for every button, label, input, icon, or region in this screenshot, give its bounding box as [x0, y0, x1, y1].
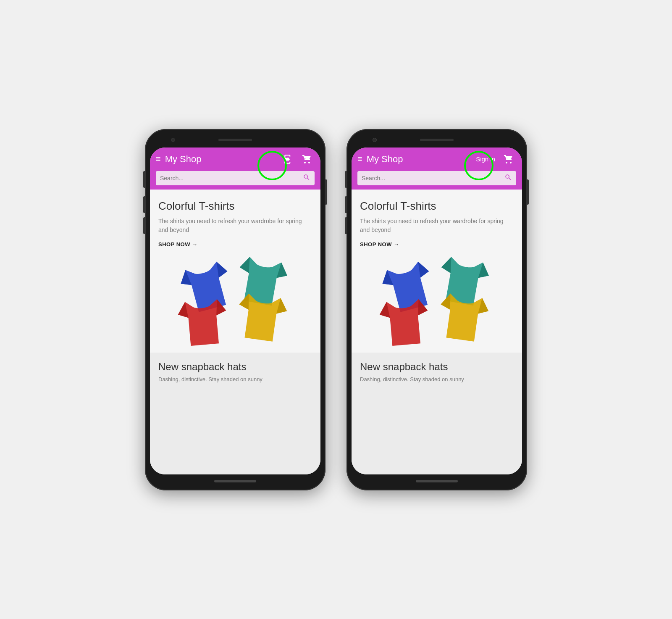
screen-content-2: Colorful T-shirts The shirts you need to… — [352, 190, 522, 474]
tshirts-svg-2 — [374, 256, 500, 348]
bottom-section-2: New snapback hats Dashing, distinctive. … — [352, 353, 522, 474]
shop-title-2: My Shop — [367, 154, 469, 165]
phone-screen-2: ≡ My Shop Sign in — [352, 148, 522, 474]
phone-home-button-1[interactable] — [214, 480, 256, 482]
app-header-2: ≡ My Shop Sign in — [352, 148, 522, 190]
sign-in-button[interactable]: Sign in — [473, 154, 498, 164]
phone-camera-1 — [171, 138, 175, 142]
hamburger-menu-2[interactable]: ≡ — [357, 154, 362, 164]
shop-title-1: My Shop — [165, 154, 277, 165]
tshirt-image-1 — [150, 256, 320, 353]
hero-title-1: Colorful T-shirts — [158, 200, 312, 213]
cart-icon-1 — [302, 154, 312, 164]
phone-speaker-2 — [420, 139, 454, 141]
hero-description-2: The shirts you need to refresh your ward… — [360, 217, 514, 234]
section-title-2: New snapback hats — [360, 361, 514, 373]
search-bar-2 — [357, 171, 516, 185]
phone-home-button-2[interactable] — [416, 480, 458, 482]
phone-top-bar-1 — [150, 134, 320, 146]
tshirts-svg-1 — [172, 256, 298, 348]
bottom-section-1: New snapback hats Dashing, distinctive. … — [150, 353, 320, 474]
login-icon-button-1[interactable] — [281, 152, 296, 167]
phone-2: ≡ My Shop Sign in — [346, 129, 527, 490]
phone-2-wrapper: ≡ My Shop Sign in — [346, 129, 527, 490]
phone-bottom-bar-2 — [352, 477, 522, 485]
search-bar-1 — [156, 171, 315, 185]
phone-bottom-bar-1 — [150, 477, 320, 485]
search-input-1[interactable] — [160, 175, 303, 182]
section-title-1: New snapback hats — [158, 361, 312, 373]
section-desc-1: Dashing, distinctive. Stay shaded on sun… — [158, 376, 312, 382]
hero-description-1: The shirts you need to refresh your ward… — [158, 217, 312, 234]
search-svg-2 — [504, 174, 512, 181]
header-actions-2: Sign in — [473, 152, 516, 167]
search-icon-2[interactable] — [504, 174, 512, 183]
shop-now-button-2[interactable]: SHOP NOW → — [360, 241, 514, 248]
phone-1-wrapper: ≡ My Shop — [145, 129, 326, 490]
header-actions-1 — [281, 152, 315, 167]
hamburger-menu-1[interactable]: ≡ — [156, 154, 161, 164]
header-top-1: ≡ My Shop — [156, 152, 315, 167]
search-input-2[interactable] — [362, 175, 504, 182]
cart-button-2[interactable] — [501, 152, 516, 167]
app-header-1: ≡ My Shop — [150, 148, 320, 190]
phone-camera-2 — [373, 138, 377, 142]
phone-speaker-1 — [218, 139, 252, 141]
section-desc-2: Dashing, distinctive. Stay shaded on sun… — [360, 376, 514, 382]
login-icon — [283, 154, 294, 165]
shop-now-button-1[interactable]: SHOP NOW → — [158, 241, 312, 248]
search-icon-1[interactable] — [303, 174, 310, 183]
header-top-2: ≡ My Shop Sign in — [357, 152, 516, 167]
search-svg-1 — [303, 174, 310, 181]
hero-section-2: Colorful T-shirts The shirts you need to… — [352, 190, 522, 256]
phones-container: ≡ My Shop — [145, 129, 527, 490]
tshirt-image-2 — [352, 256, 522, 353]
cart-icon-2 — [504, 154, 514, 164]
screen-content-1: Colorful T-shirts The shirts you need to… — [150, 190, 320, 474]
hero-section-1: Colorful T-shirts The shirts you need to… — [150, 190, 320, 256]
phone-1: ≡ My Shop — [145, 129, 326, 490]
hero-title-2: Colorful T-shirts — [360, 200, 514, 213]
cart-button-1[interactable] — [299, 152, 315, 167]
phone-top-bar-2 — [352, 134, 522, 146]
phone-screen-1: ≡ My Shop — [150, 148, 320, 474]
